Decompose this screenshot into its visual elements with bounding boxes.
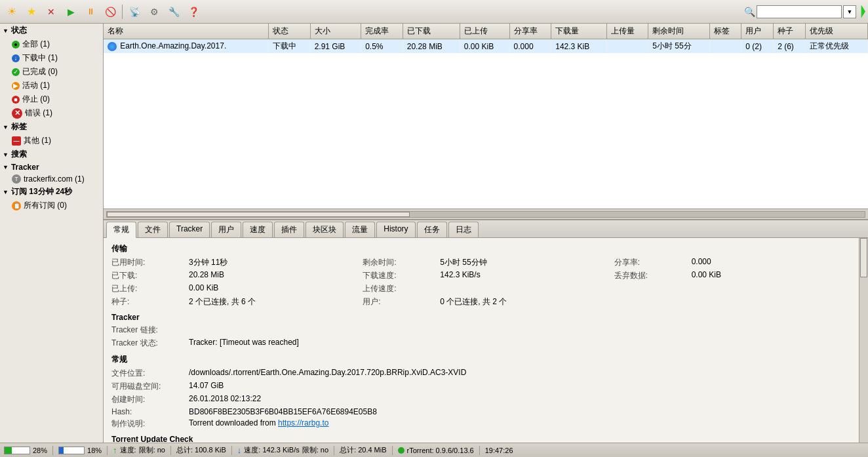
- sidebar-item-tracker[interactable]: T trackerfix.com (1): [0, 173, 103, 185]
- col-status[interactable]: 状态: [269, 24, 311, 39]
- col-seeds[interactable]: 种子: [774, 24, 806, 39]
- col-down-volume[interactable]: 下载量: [551, 24, 606, 39]
- cell-uploaded: 0.00 KiB: [460, 39, 509, 54]
- hscroll-thumb[interactable]: [107, 212, 410, 217]
- tab-history[interactable]: History: [376, 222, 415, 237]
- toolbar-rss-btn[interactable]: 📡: [125, 3, 144, 21]
- completed-icon: ✓: [12, 68, 20, 76]
- sun-icon: ☀: [7, 5, 16, 18]
- sidebar-item-other[interactable]: — 其他 (1): [0, 134, 103, 148]
- settings-icon: ⚙: [150, 7, 159, 17]
- elapsed-label: 已用时间:: [111, 257, 184, 268]
- downloading-status-icon: [108, 42, 117, 51]
- statusbar-up-speed: ↑ 速度: 限制: no: [113, 445, 165, 455]
- toolbar-start-btn[interactable]: ☀: [3, 3, 21, 21]
- torrent-update-title: Torrent Update Check: [111, 435, 860, 443]
- pause-icon: ⏸: [87, 7, 95, 16]
- sidebar-search-header[interactable]: ▼ 搜索: [0, 148, 103, 161]
- sidebar-tracker-header[interactable]: ▼ Tracker: [0, 161, 103, 173]
- col-size[interactable]: 大小: [310, 24, 361, 39]
- sidebar-item-error[interactable]: ✕ 错误 (1): [0, 106, 103, 120]
- search-box: 🔍 ▼: [744, 5, 856, 18]
- creator-label: 制作说明:: [111, 418, 184, 429]
- disk-space-value: 14.07 GiB: [189, 381, 860, 392]
- search-dropdown[interactable]: ▼: [843, 5, 856, 18]
- discarded-label: 丢弃数据:: [614, 270, 686, 281]
- toolbar-help-btn[interactable]: ❓: [184, 3, 203, 21]
- sidebar-item-active[interactable]: ▶ 活动 (1): [0, 79, 103, 92]
- sidebar-all-label: 全部 (1): [22, 39, 50, 50]
- created-value: 26.01.2018 02:13:22: [189, 394, 860, 405]
- stop-icon: ✕: [47, 7, 55, 17]
- hscroll-area[interactable]: [104, 209, 868, 220]
- tab-users[interactable]: 用户: [211, 222, 241, 237]
- green-arrow-btn[interactable]: [860, 5, 865, 18]
- down-speed-value: 142.3 KiB/s: [440, 270, 608, 281]
- detail-tabs: 常规 文件 Tracker 用户 速度 插件 块区块 流量 History 任务…: [104, 220, 868, 238]
- sidebar-tags-header[interactable]: ▼ 标签: [0, 120, 103, 134]
- col-completion[interactable]: 完成率: [361, 24, 403, 39]
- col-remaining[interactable]: 剩余时间: [648, 24, 710, 39]
- share-ratio-value: 0.000: [692, 257, 860, 268]
- toolbar-delete-btn[interactable]: 🚫: [101, 3, 119, 21]
- tab-traffic[interactable]: 流量: [345, 222, 375, 237]
- sidebar-item-allsubs[interactable]: 📋 所有订阅 (0): [0, 199, 103, 212]
- tab-general[interactable]: 常规: [106, 222, 136, 238]
- col-share-ratio[interactable]: 分享率: [509, 24, 551, 39]
- tab-tasks[interactable]: 任务: [417, 222, 447, 237]
- detail-scroll-thumb[interactable]: [860, 238, 867, 277]
- toolbar-stop-btn[interactable]: ✕: [42, 3, 60, 21]
- tab-files[interactable]: 文件: [138, 222, 168, 237]
- detail-content[interactable]: 传输 已用时间: 3分钟 11秒 剩余时间: 5小时 55分钟 分享率: 0.0…: [104, 238, 868, 443]
- col-name[interactable]: 名称: [104, 24, 269, 39]
- statusbar-sep4: [231, 446, 232, 455]
- sidebar-item-completed[interactable]: ✓ 已完成 (0): [0, 65, 103, 79]
- tab-tracker[interactable]: Tracker: [169, 222, 210, 237]
- toolbar: ☀ ★ ✕ ▶ ⏸ 🚫 📡 ⚙ 🔧 ❓ 🔍 ▼: [0, 0, 868, 24]
- toolbar-star-btn[interactable]: ★: [22, 3, 41, 21]
- creator-link[interactable]: https://rarbg.to: [278, 418, 328, 427]
- sidebar-downloading-label: 下载中 (1): [22, 52, 58, 64]
- subscribe-header-label: 订阅 13分钟 24秒: [11, 186, 72, 197]
- sidebar-item-downloading[interactable]: ↓ 下载中 (1): [0, 51, 103, 65]
- tags-arrow: ▼: [3, 124, 9, 130]
- toolbar-settings-btn[interactable]: ⚙: [145, 3, 163, 21]
- cell-name: Earth.One.Amazing.Day.2017.: [104, 39, 269, 54]
- col-users[interactable]: 用户: [741, 24, 774, 39]
- sidebar-status-header[interactable]: ▼ 状态: [0, 24, 103, 37]
- tab-log[interactable]: 日志: [448, 222, 479, 237]
- col-up-volume[interactable]: 上传量: [606, 24, 648, 39]
- cell-status: 下载中: [269, 39, 311, 54]
- toolbar-play-btn[interactable]: ▶: [62, 3, 80, 21]
- active-icon: ▶: [12, 82, 20, 90]
- sidebar-item-all[interactable]: ● 全部 (1): [0, 37, 103, 51]
- col-priority[interactable]: 优先级: [806, 24, 868, 39]
- statusbar-time: 19:47:26: [485, 447, 513, 454]
- hscroll-track[interactable]: [106, 211, 865, 218]
- sidebar-active-label: 活动 (1): [22, 80, 50, 91]
- delete-icon: 🚫: [105, 7, 116, 17]
- torrent-list-area[interactable]: 名称 状态 大小 完成率 已下载 已上传 分享率 下载量 上传量 剩余时间 标签…: [104, 24, 868, 209]
- speed-label: 速度:: [120, 445, 136, 455]
- toolbar-pause-btn[interactable]: ⏸: [81, 3, 100, 21]
- tab-plugins[interactable]: 插件: [274, 222, 304, 237]
- allsubs-icon: 📋: [12, 201, 21, 210]
- detail-scrollbar[interactable]: [859, 238, 868, 443]
- sidebar-item-stopped[interactable]: ■ 停止 (0): [0, 92, 103, 106]
- other-tag-icon: —: [12, 136, 21, 146]
- col-uploaded[interactable]: 已上传: [460, 24, 509, 39]
- statusbar-progress2: 18%: [58, 447, 102, 454]
- search-input[interactable]: [757, 5, 842, 18]
- tab-speed[interactable]: 速度: [243, 222, 273, 237]
- wrench-icon: 🔧: [168, 7, 180, 17]
- tracker-header-label: Tracker: [11, 163, 39, 172]
- statusbar-sep2: [107, 446, 108, 455]
- toolbar-wrench-btn[interactable]: 🔧: [165, 3, 183, 21]
- tab-chunks[interactable]: 块区块: [306, 222, 344, 237]
- share-ratio-label: 分享率:: [614, 257, 686, 268]
- col-tags[interactable]: 标签: [710, 24, 741, 39]
- col-downloaded[interactable]: 已下载: [403, 24, 460, 39]
- sidebar-subscribe-header[interactable]: ▼ 订阅 13分钟 24秒: [0, 185, 103, 199]
- table-row[interactable]: Earth.One.Amazing.Day.2017. 下载中 2.91 GiB…: [104, 39, 868, 54]
- users-value: 0 个已连接, 共 2 个: [440, 296, 608, 308]
